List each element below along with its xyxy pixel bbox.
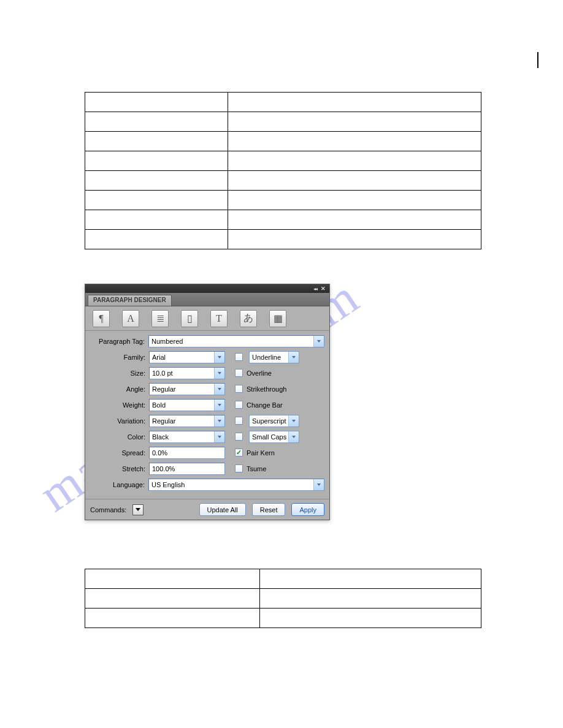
update-all-button[interactable]: Update All <box>199 503 246 516</box>
underline-combo[interactable]: Underline <box>249 351 299 363</box>
pairkern-check[interactable] <box>235 449 243 457</box>
upper-table <box>85 92 481 249</box>
paragraph-designer-panel: ◂◂ ✕ PARAGRAPH DESIGNER ¶ A ≣ ▯ T あ ▦ Pa… <box>85 284 330 520</box>
numbering-tab-icon[interactable]: ▯ <box>181 310 198 327</box>
smallcaps-combo[interactable]: Small Caps <box>249 431 299 443</box>
close-icon[interactable]: ✕ <box>321 286 326 292</box>
tablecell-tab-icon[interactable]: ▦ <box>269 310 286 327</box>
size-label: Size: <box>90 370 149 377</box>
table-row <box>85 191 481 210</box>
overline-check[interactable] <box>235 369 243 377</box>
strike-check[interactable] <box>235 385 243 393</box>
overline-label: Overline <box>247 370 272 377</box>
color-combo[interactable]: Black <box>149 431 225 443</box>
basic-tab-icon[interactable]: ¶ <box>93 310 110 327</box>
changebar-check[interactable] <box>235 401 243 409</box>
stretch-value: 100.0% <box>152 465 175 472</box>
commands-label: Commands: <box>90 506 126 514</box>
variation-value: Regular <box>152 417 176 425</box>
chevron-down-icon <box>214 415 224 427</box>
variation-combo[interactable]: Regular <box>149 415 225 427</box>
color-value: Black <box>152 433 169 441</box>
superscript-check[interactable] <box>235 417 243 425</box>
weight-label: Weight: <box>90 401 149 409</box>
page-edge-mark <box>537 52 538 68</box>
bottombar: Commands: Update All Reset Apply <box>85 499 329 520</box>
table-row <box>85 171 481 191</box>
changebar-label: Change Bar <box>247 401 283 409</box>
stretch-label: Stretch: <box>90 465 149 472</box>
spread-value: 0.0% <box>152 449 167 457</box>
variation-label: Variation: <box>90 417 149 425</box>
advanced-tab-icon[interactable]: T <box>210 310 228 327</box>
pairkern-label: Pair Kern <box>247 449 275 457</box>
size-combo[interactable]: 10.0 pt <box>149 367 225 379</box>
superscript-combo[interactable]: Superscript <box>249 415 299 427</box>
language-value: US English <box>151 481 185 488</box>
stretch-input[interactable]: 100.0% <box>149 463 225 475</box>
tsume-check[interactable] <box>235 464 243 472</box>
family-combo[interactable]: Arial <box>149 351 225 363</box>
table-row <box>85 609 481 628</box>
lower-table <box>85 569 481 628</box>
chevron-down-icon <box>214 400 224 411</box>
iconbar: ¶ A ≣ ▯ T あ ▦ <box>85 306 329 331</box>
underline-label: Underline <box>252 354 281 361</box>
pagination-tab-icon[interactable]: ≣ <box>151 310 169 327</box>
panel-tabstrip: PARAGRAPH DESIGNER <box>85 293 329 306</box>
language-label: Language: <box>90 481 148 488</box>
table-row <box>85 93 481 112</box>
weight-value: Bold <box>152 401 166 409</box>
chevron-down-icon <box>288 431 299 442</box>
spread-label: Spread: <box>90 449 149 457</box>
table-row <box>85 132 481 151</box>
angle-label: Angle: <box>90 385 149 393</box>
superscript-label: Superscript <box>252 417 286 425</box>
color-label: Color: <box>90 433 149 441</box>
panel-topbar: ◂◂ ✕ <box>85 284 329 293</box>
apply-button[interactable]: Apply <box>291 503 324 516</box>
table-row <box>85 569 481 589</box>
table-row <box>85 230 481 249</box>
family-value: Arial <box>152 354 166 361</box>
collapse-icon[interactable]: ◂◂ <box>313 286 317 292</box>
chevron-down-icon <box>288 415 299 427</box>
chevron-down-icon <box>214 368 224 379</box>
chevron-down-icon <box>288 352 299 363</box>
chevron-down-icon <box>214 431 224 442</box>
family-label: Family: <box>90 354 149 361</box>
tsume-label: Tsume <box>247 465 266 472</box>
chevron-down-icon <box>214 352 224 363</box>
paragraph-tag-combo[interactable]: Numbered <box>148 335 324 347</box>
commands-dropdown[interactable] <box>132 504 144 515</box>
smallcaps-label: Small Caps <box>252 433 286 441</box>
table-row <box>85 210 481 230</box>
language-combo[interactable]: US English <box>148 479 324 491</box>
chevron-down-icon <box>313 336 324 347</box>
strike-label: Strikethrough <box>247 385 286 393</box>
panel-tab[interactable]: PARAGRAPH DESIGNER <box>88 295 172 306</box>
smallcaps-check[interactable] <box>235 433 243 441</box>
chevron-down-icon <box>214 384 224 395</box>
form-area: Paragraph Tag: Numbered Family: Arial Un… <box>85 331 329 499</box>
table-row <box>85 112 481 132</box>
angle-value: Regular <box>152 385 176 393</box>
table-row <box>85 589 481 609</box>
angle-combo[interactable]: Regular <box>149 383 225 395</box>
chevron-down-icon <box>313 479 324 490</box>
paragraph-tag-value: Numbered <box>151 338 183 345</box>
spread-input[interactable]: 0.0% <box>149 447 225 459</box>
table-row <box>85 151 481 171</box>
paragraph-tag-label: Paragraph Tag: <box>90 338 148 345</box>
weight-combo[interactable]: Bold <box>149 399 225 411</box>
size-value: 10.0 pt <box>152 370 173 377</box>
underline-check[interactable] <box>235 353 243 361</box>
asian-tab-icon[interactable]: あ <box>240 310 257 327</box>
font-tab-icon[interactable]: A <box>122 310 139 327</box>
reset-button[interactable]: Reset <box>252 503 286 516</box>
